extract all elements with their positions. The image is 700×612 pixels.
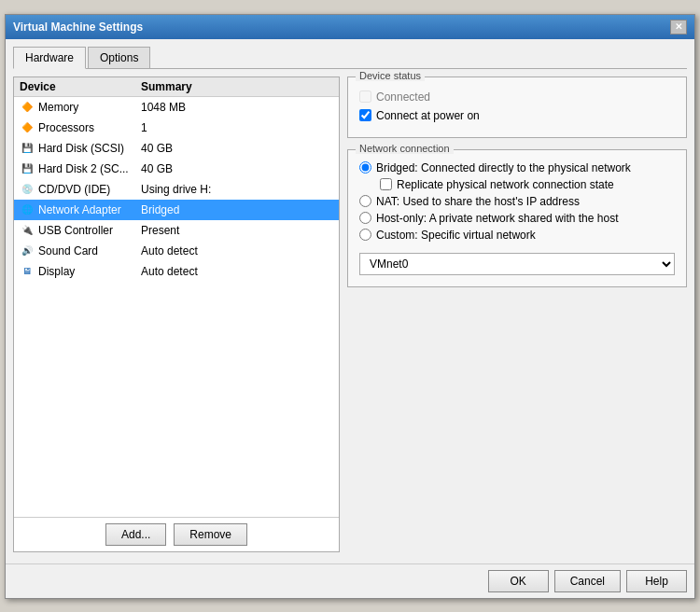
- content-area: Device Summary 🔶 Memory 1048 MB 🔶 Proces…: [13, 76, 687, 552]
- device-name-cddvd: CD/DVD (IDE): [38, 183, 141, 196]
- title-bar-buttons: ✕: [670, 20, 687, 35]
- radio-bridged[interactable]: [359, 161, 371, 174]
- device-row-harddisk1[interactable]: 💾 Hard Disk (SCSI) 40 GB: [14, 138, 339, 159]
- cddvd-icon: 💿: [20, 182, 35, 197]
- device-name-soundcard: Sound Card: [38, 244, 141, 257]
- device-name-networkadapter: Network Adapter: [38, 203, 141, 216]
- col-device-header: Device: [20, 80, 141, 93]
- radio-bridged-row: Bridged: Connected directly to the physi…: [359, 161, 675, 174]
- harddisk2-icon: 💾: [20, 161, 35, 176]
- device-summary-memory: 1048 MB: [141, 101, 333, 114]
- title-bar: Virtual Machine Settings ✕: [6, 15, 694, 39]
- device-summary-harddisk1: 40 GB: [141, 142, 333, 155]
- device-summary-display: Auto detect: [141, 265, 333, 278]
- add-button[interactable]: Add...: [105, 523, 166, 546]
- window-title: Virtual Machine Settings: [13, 21, 143, 34]
- radio-hostonly-row: Host-only: A private network shared with…: [359, 212, 675, 225]
- connected-row: Connected: [359, 90, 675, 104]
- tab-options[interactable]: Options: [88, 47, 150, 68]
- power-on-checkbox[interactable]: [359, 109, 371, 121]
- cpu-icon: 🔶: [20, 120, 35, 135]
- device-summary-harddisk2: 40 GB: [141, 162, 333, 175]
- soundcard-icon: 🔊: [20, 243, 35, 258]
- device-name-memory: Memory: [38, 101, 141, 114]
- device-row-soundcard[interactable]: 🔊 Sound Card Auto detect: [14, 241, 339, 261]
- device-rows-container: 🔶 Memory 1048 MB 🔶 Processors 1 💾 Hard D…: [14, 97, 339, 517]
- device-summary-processors: 1: [141, 121, 333, 134]
- device-row-cddvd[interactable]: 💿 CD/DVD (IDE) Using drive H:: [14, 179, 339, 200]
- virtual-machine-settings-window: Virtual Machine Settings ✕ Hardware Opti…: [5, 14, 695, 599]
- ok-button[interactable]: OK: [488, 570, 549, 592]
- radio-hostonly[interactable]: [359, 212, 371, 224]
- connected-checkbox[interactable]: [359, 90, 371, 103]
- power-on-row: Connect at power on: [359, 109, 675, 122]
- radio-nat[interactable]: [359, 195, 371, 207]
- connected-label: Connected: [376, 90, 430, 104]
- cancel-button[interactable]: Cancel: [554, 570, 621, 592]
- device-summary-usbcontroller: Present: [141, 224, 333, 237]
- display-icon: 🖥: [20, 264, 35, 279]
- device-name-display: Display: [38, 265, 141, 278]
- replicate-row: Replicate physical network connection st…: [380, 178, 675, 191]
- radio-hostonly-label: Host-only: A private network shared with…: [376, 212, 618, 225]
- network-connection-section: Network connection Bridged: Connected di…: [347, 149, 687, 287]
- device-list-panel: Device Summary 🔶 Memory 1048 MB 🔶 Proces…: [13, 76, 340, 552]
- window-body: Hardware Options Device Summary 🔶 Memory: [6, 39, 694, 560]
- device-row-display[interactable]: 🖥 Display Auto detect: [14, 261, 339, 282]
- network-connection-label: Network connection: [356, 143, 454, 154]
- tab-hardware[interactable]: Hardware: [13, 47, 86, 69]
- device-row-usbcontroller[interactable]: 🔌 USB Controller Present: [14, 220, 339, 241]
- harddisk1-icon: 💾: [20, 141, 35, 156]
- replicate-checkbox[interactable]: [380, 178, 392, 190]
- device-row-processors[interactable]: 🔶 Processors 1: [14, 118, 339, 138]
- device-row-networkadapter[interactable]: 🌐 Network Adapter Bridged: [14, 200, 339, 220]
- device-summary-soundcard: Auto detect: [141, 244, 333, 257]
- radio-custom-row: Custom: Specific virtual network: [359, 229, 675, 242]
- device-name-harddisk2: Hard Disk 2 (SC...: [38, 162, 141, 175]
- device-name-harddisk1: Hard Disk (SCSI): [38, 142, 141, 155]
- device-summary-cddvd: Using drive H:: [141, 183, 333, 196]
- remove-button[interactable]: Remove: [174, 523, 247, 546]
- radio-custom[interactable]: [359, 229, 371, 241]
- device-row-memory[interactable]: 🔶 Memory 1048 MB: [14, 97, 339, 118]
- power-on-label: Connect at power on: [376, 109, 480, 122]
- replicate-label: Replicate physical network connection st…: [397, 178, 614, 191]
- tabs-bar: Hardware Options: [13, 47, 687, 69]
- vmnet-dropdown[interactable]: VMnet0: [359, 253, 675, 275]
- usbcontroller-icon: 🔌: [20, 223, 35, 238]
- left-panel-footer: Add... Remove: [14, 517, 339, 551]
- table-header: Device Summary: [14, 77, 339, 97]
- device-row-harddisk2[interactable]: 💾 Hard Disk 2 (SC... 40 GB: [14, 159, 339, 179]
- device-status-label: Device status: [356, 70, 425, 81]
- networkadapter-icon: 🌐: [20, 202, 35, 217]
- device-summary-networkadapter: Bridged: [141, 203, 333, 216]
- right-panel: Device status Connected Connect at power…: [347, 76, 687, 552]
- device-name-processors: Processors: [38, 121, 141, 134]
- radio-custom-label: Custom: Specific virtual network: [376, 229, 536, 242]
- device-name-usbcontroller: USB Controller: [38, 224, 141, 237]
- radio-nat-row: NAT: Used to share the host's IP address: [359, 195, 675, 208]
- col-summary-header: Summary: [141, 80, 333, 93]
- help-button[interactable]: Help: [626, 570, 687, 592]
- radio-nat-label: NAT: Used to share the host's IP address: [376, 195, 580, 208]
- memory-icon: 🔶: [20, 100, 35, 115]
- radio-bridged-label: Bridged: Connected directly to the physi…: [376, 161, 631, 174]
- dialog-footer: OK Cancel Help: [6, 563, 694, 598]
- close-button[interactable]: ✕: [670, 20, 687, 35]
- device-status-section: Device status Connected Connect at power…: [347, 76, 687, 138]
